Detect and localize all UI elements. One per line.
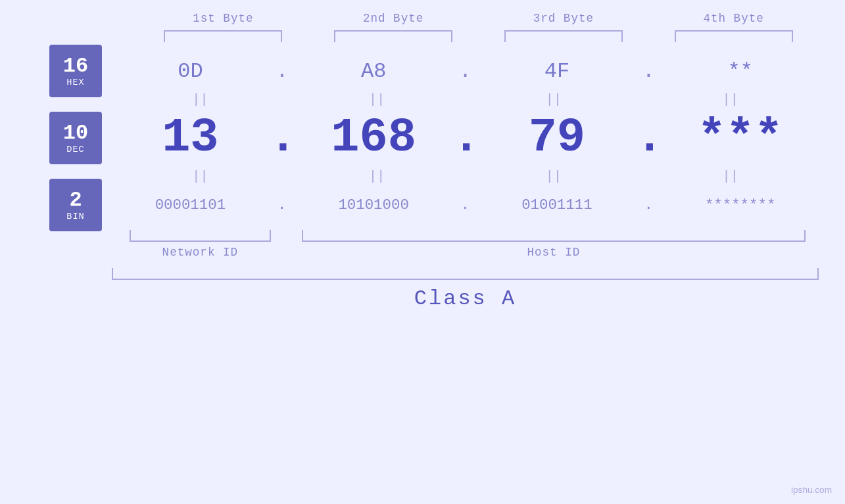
bin-val-2: 10101000	[295, 196, 452, 214]
main-container: 1st Byte 2nd Byte 3rd Byte 4th Byte 16 H…	[0, 0, 845, 504]
hex-dot-3: .	[635, 59, 662, 83]
bracket-top-1	[138, 30, 308, 42]
bin-val-4: ********	[662, 196, 819, 214]
dec-dot-3: .	[635, 111, 662, 165]
bin-dot-3: .	[635, 196, 662, 214]
eq2-3: ||	[466, 168, 642, 185]
dec-val-4: ***	[662, 111, 819, 165]
hex-val-3: 4F	[479, 59, 636, 83]
bin-badge-label: BIN	[66, 212, 84, 221]
bin-val-3: 01001111	[479, 196, 636, 214]
eq2-2: ||	[289, 168, 466, 185]
big-bottom-bracket	[112, 268, 819, 280]
byte-header-3: 3rd Byte	[479, 12, 649, 25]
network-id-bracket	[130, 230, 271, 242]
hex-badge-label: HEX	[66, 78, 84, 87]
bottom-bracket-container: Network ID Host ID	[26, 230, 819, 259]
hex-val-2: A8	[295, 59, 452, 83]
equals-row-2: || || || ||	[26, 168, 819, 185]
hex-val-1: 0D	[112, 59, 269, 83]
hex-badge: 16 HEX	[49, 45, 102, 97]
eq2-4: ||	[642, 168, 819, 185]
dec-badge-label: DEC	[66, 145, 84, 154]
top-brackets-row	[26, 30, 819, 42]
hex-dot-1: .	[269, 59, 295, 83]
bin-dot-2: .	[452, 196, 479, 214]
eq1-1: ||	[112, 91, 289, 108]
hex-val-4: **	[662, 59, 819, 83]
eq2-1: ||	[112, 168, 289, 185]
bracket-top-4	[648, 30, 819, 42]
hex-row-content: 0D . A8 . 4F . **	[112, 59, 819, 83]
dec-badge: 10 DEC	[49, 112, 102, 164]
dec-dot-2: .	[452, 111, 479, 165]
dec-val-3: 79	[479, 111, 636, 165]
big-bottom-bracket-container	[26, 268, 819, 280]
bracket-top-2	[308, 30, 479, 42]
byte-header-2: 2nd Byte	[308, 12, 479, 25]
eq1-4: ||	[642, 91, 819, 108]
host-id-section: Host ID	[289, 230, 819, 259]
eq1-3: ||	[466, 91, 642, 108]
bin-row: 2 BIN 00001101 . 10101000 . 01001111 . *…	[26, 185, 819, 225]
dec-row-content: 13 . 168 . 79 . ***	[112, 111, 819, 165]
hex-badge-num: 16	[63, 55, 88, 78]
bin-badge: 2 BIN	[49, 179, 102, 231]
network-id-section: Network ID	[112, 230, 289, 259]
class-label: Class A	[26, 286, 819, 311]
byte-header-1: 1st Byte	[138, 12, 308, 25]
dec-row: 10 DEC 13 . 168 . 79 . ***	[26, 108, 819, 168]
hex-dot-2: .	[452, 59, 479, 83]
dec-val-1: 13	[112, 111, 269, 165]
dec-badge-num: 10	[63, 122, 88, 145]
bracket-top-3	[479, 30, 649, 42]
byte-header-4: 4th Byte	[648, 12, 819, 25]
bin-val-1: 00001101	[112, 196, 269, 214]
bin-row-content: 00001101 . 10101000 . 01001111 . *******…	[112, 196, 819, 214]
host-id-label: Host ID	[527, 246, 580, 259]
eq1-2: ||	[289, 91, 466, 108]
dec-val-2: 168	[295, 111, 452, 165]
dec-dot-1: .	[269, 111, 295, 165]
bin-dot-1: .	[269, 196, 295, 214]
hex-row: 16 HEX 0D . A8 . 4F . **	[26, 51, 819, 91]
host-id-bracket	[302, 230, 806, 242]
bin-badge-num: 2	[69, 189, 82, 212]
byte-headers-row: 1st Byte 2nd Byte 3rd Byte 4th Byte	[26, 0, 819, 25]
equals-row-1: || || || ||	[26, 91, 819, 108]
network-id-label: Network ID	[162, 246, 239, 259]
watermark: ipshu.com	[791, 485, 832, 495]
